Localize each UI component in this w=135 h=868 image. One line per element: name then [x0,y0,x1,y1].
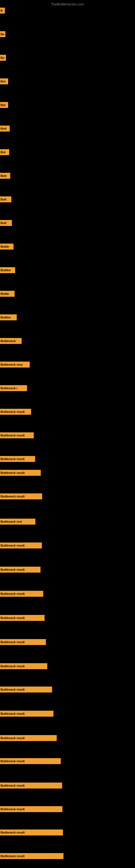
bar-item: Bot [0,79,8,84]
bar-item: Bottleneck result [0,853,63,859]
bar-item: Bott [0,220,12,226]
bar-item: Bottleneck result [0,542,42,549]
bar-item: Bottleneck result [0,782,62,788]
bar-item: Bottleneck r [0,385,27,391]
bar-item: Bottleneck result [0,493,42,499]
bar-item: Bottleneck result [0,470,41,476]
bar-item: Bottleneck result [0,567,41,572]
bar-item: Bottleneck result [0,591,43,597]
bar-item: Bo [0,31,5,37]
bar-item: Bot [0,102,8,108]
bar-item: Bottleneck rest [0,519,35,525]
bar-item: Bottleneck result [0,456,35,462]
bar-item: Bott [0,196,11,203]
bar-item: Bottleneck result [0,711,53,717]
bar-item: Bottleneck result [0,830,63,835]
bar-item: Bottleneck resu [0,362,30,368]
bar-item: B [0,8,5,13]
bar-item: Bottleneck result [0,663,47,669]
bar-item: Bottle [0,244,13,250]
bar-item: Bott [0,173,10,179]
bar-item: Bottleneck result [0,615,45,621]
bar-item: Bottleneck [0,338,21,344]
bar-item: Bo [0,55,6,61]
bar-item: Bottleneck result [0,806,62,812]
bar-item: Bottlen [0,314,17,320]
bar-item: Bott [0,126,10,131]
bar-item: Bottleneck result [0,735,57,741]
bar-item: Bottleneck result [0,409,31,415]
bar-item: Bot [0,149,9,155]
bar-item: Bottlen [0,267,15,273]
site-title: TheBottlenecker.com [51,2,84,6]
bar-item: Bottleneck result [0,758,61,764]
bar-item: Bottleneck result [0,686,52,692]
bar-item: Bottleneck result [0,432,34,438]
bar-item: Bottle [0,291,14,297]
bar-item: Bottleneck result [0,639,46,645]
